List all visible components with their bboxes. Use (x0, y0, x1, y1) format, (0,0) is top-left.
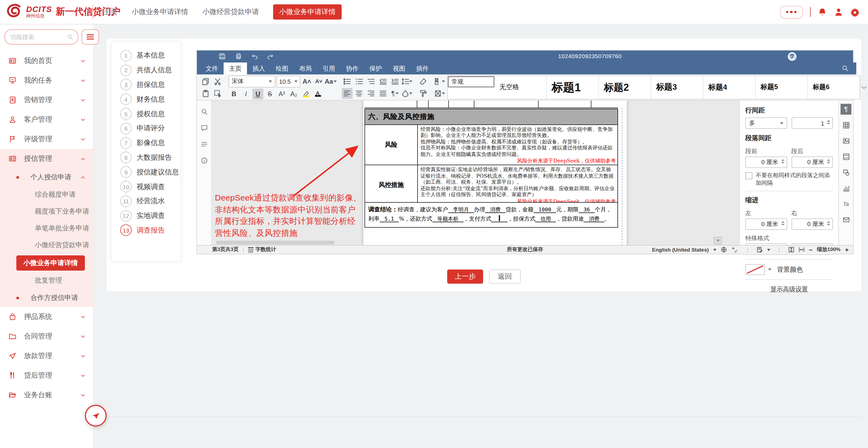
sidebar-item-3[interactable]: 客户管理 (0, 110, 93, 129)
sidebar-item-18[interactable]: 业务台账 (0, 385, 93, 405)
comment-icon[interactable] (200, 125, 208, 132)
align-left-button[interactable] (342, 88, 352, 99)
sidebar-item-16[interactable]: 放款管理 (0, 346, 93, 366)
space-after-input[interactable]: 0 厘米 (791, 157, 833, 168)
step-item-8[interactable]: 8大数据报告 (112, 150, 181, 165)
highlight-color-button[interactable] (300, 88, 311, 99)
conclusion-blank[interactable]: 1000 (533, 206, 556, 213)
sidebar-item-14[interactable]: 押品系统 (0, 307, 93, 326)
step-item-3[interactable]: 3担保信息 (112, 77, 181, 92)
sidebar-item-2[interactable]: 营销管理 (0, 90, 93, 110)
chart-panel-icon[interactable] (840, 182, 851, 194)
horizontal-scrollbar[interactable] (216, 241, 335, 244)
multilevel-list-button[interactable] (366, 76, 376, 87)
sidebar-item-9[interactable]: 单笔单批业务申请 (0, 220, 93, 237)
step-item-10[interactable]: 10视频调查 (112, 179, 181, 194)
editor-menu-6[interactable]: 协作 (341, 63, 364, 74)
step-item-1[interactable]: 1基本信息 (112, 48, 181, 63)
subscript-button[interactable]: A₂ (288, 88, 299, 99)
bold-button[interactable]: B (228, 88, 239, 99)
sidebar-item-15[interactable]: 合同管理 (0, 326, 93, 346)
line-spacing-value[interactable]: 1 (791, 117, 833, 129)
outline-icon[interactable] (200, 141, 208, 148)
spellcheck-icon[interactable] (731, 247, 739, 253)
editor-menu-8[interactable]: 视图 (388, 63, 411, 74)
search-input[interactable] (9, 33, 67, 41)
floating-assistant-button[interactable] (85, 405, 106, 426)
sidebar-item-8[interactable]: 额度项下业务申请 (0, 203, 93, 220)
style-cell-2[interactable]: 标题1 (547, 76, 599, 99)
step-item-6[interactable]: 6申请评分 (112, 121, 181, 136)
word-count-label[interactable]: 字数统计 (255, 246, 276, 253)
fit-width-icon[interactable] (798, 247, 804, 253)
redo-icon[interactable] (267, 53, 274, 60)
document-canvas[interactable]: 六、风险及风控措施 风险 经营风险：小微企业市场竞争力弱，易受行业波动（如政策变… (212, 101, 739, 246)
conclusion-blank[interactable]: 36 (579, 206, 595, 213)
shape-panel-icon[interactable] (840, 167, 851, 178)
sidebar-item-17[interactable]: 贷后管理 (0, 366, 93, 385)
style-cell-3[interactable]: 标题2 (599, 76, 651, 99)
numbered-list-button[interactable] (353, 76, 365, 87)
cut-button[interactable] (212, 76, 223, 87)
select-button[interactable] (212, 88, 223, 99)
style-cell-0[interactable]: 常规 (448, 76, 495, 87)
sidebar-item-6[interactable]: 个人授信申请 (0, 168, 93, 186)
editor-menu-5[interactable]: 引用 (317, 63, 341, 74)
superscript-button[interactable]: A² (276, 88, 287, 99)
more-actions-button[interactable] (780, 6, 803, 18)
sidebar-item-7[interactable]: 综合额度申请 (0, 186, 93, 203)
font-name-select[interactable]: 宋体 (228, 75, 275, 87)
top-nav-tab-2[interactable]: 小微经营贷款申请 (203, 7, 259, 17)
editor-menu-7[interactable]: 保护 (364, 63, 388, 74)
line-spacing-button[interactable] (402, 76, 412, 87)
save-icon[interactable] (219, 53, 226, 60)
back-button[interactable]: 返回 (489, 270, 521, 284)
step-item-2[interactable]: 2共借人信息 (112, 63, 181, 78)
conclusion-blank[interactable]: 消费 (584, 216, 604, 222)
editor-menu-1[interactable]: 主页 (224, 63, 247, 74)
eraser-button[interactable] (418, 76, 429, 87)
scroll-down-button[interactable] (714, 237, 722, 244)
image-panel-icon[interactable] (840, 135, 851, 146)
document-page[interactable]: 六、风险及风控措施 风险 经营风险：小微企业市场竞争力弱，易受行业波动（如政策变… (364, 101, 627, 246)
mail-merge-panel-icon[interactable] (840, 214, 851, 225)
style-gallery-more-button[interactable] (861, 84, 867, 91)
align-right-button[interactable] (366, 88, 376, 99)
indent-right-input[interactable]: 0 厘米 (791, 218, 833, 230)
decrease-indent-button[interactable] (377, 76, 389, 87)
print-icon[interactable] (235, 53, 242, 60)
sidebar-item-1[interactable]: 我的任务 (0, 71, 93, 90)
globe-icon[interactable] (720, 247, 726, 253)
step-item-13[interactable]: 13调查报告 (112, 223, 181, 238)
no-space-checkbox[interactable] (745, 172, 752, 179)
conclusion-blank[interactable]: 5.1 (379, 216, 399, 222)
gear-icon[interactable] (850, 7, 860, 16)
style-cell-5[interactable]: 标题4 (704, 76, 756, 99)
underline-button[interactable]: U (252, 88, 263, 99)
shrink-font-button[interactable]: A˅ (313, 76, 324, 87)
paragraph-mark-button[interactable]: ¶ (390, 88, 400, 99)
step-item-9[interactable]: 9授信建议信息 (112, 165, 181, 180)
paste-button[interactable] (200, 88, 211, 99)
sidebar-item-5[interactable]: 授信管理 (0, 149, 93, 168)
space-before-input[interactable]: 0 厘米 (745, 157, 787, 168)
stamp-button[interactable] (434, 88, 445, 99)
sidebar-item-13[interactable]: 合作方授信申请 (0, 289, 93, 307)
editor-menu-9[interactable]: 插件 (411, 63, 434, 74)
indent-left-input[interactable]: 0 厘米 (745, 218, 787, 230)
page-indicator[interactable]: 第3页共3页 (212, 246, 239, 253)
copy-button[interactable] (200, 76, 211, 87)
italic-button[interactable]: I (241, 88, 251, 99)
info-icon[interactable] (200, 157, 208, 164)
function-search-box[interactable] (4, 29, 78, 44)
editor-user-avatar[interactable]: 李 (788, 52, 797, 61)
sidebar-item-11[interactable]: 小微业务申请详情 (0, 254, 93, 272)
menu-collapse-button[interactable] (82, 29, 99, 44)
paragraph-panel-icon[interactable]: ¶ (840, 104, 851, 115)
conclusion-blank[interactable]: 消费 (485, 206, 505, 213)
style-cell-1[interactable]: 无空格 (495, 76, 547, 99)
editor-menu-4[interactable]: 布局 (294, 63, 317, 74)
step-item-4[interactable]: 4财务信息 (112, 92, 181, 107)
style-cell-4[interactable]: 标题3 (651, 76, 704, 99)
font-size-select[interactable]: 10.5 (276, 75, 300, 87)
